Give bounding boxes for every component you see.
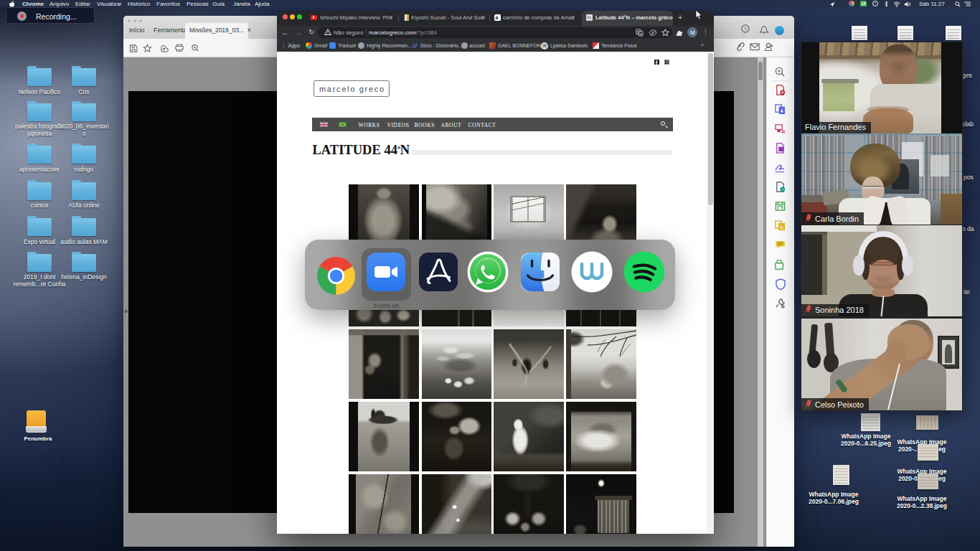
svg-text:?: ? [744, 26, 748, 32]
svg-text:文: 文 [636, 29, 640, 34]
